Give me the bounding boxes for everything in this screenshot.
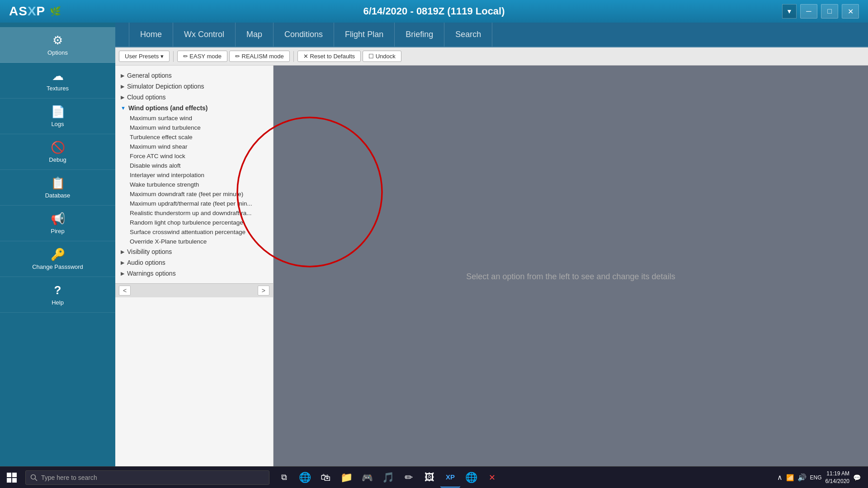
options-tree-panel: ▶ General options ▶ Simulator Depiction … <box>115 66 274 488</box>
tree-section-general[interactable]: ▶ General options <box>115 70 273 81</box>
sidebar-item-pirep-label: Pirep <box>51 228 64 235</box>
tree-scroll-controls: < > <box>115 283 273 297</box>
tree-section-simulator-label: Simulator Depiction options <box>127 83 204 90</box>
wind-child-1[interactable]: Maximum wind turbulence <box>115 123 273 132</box>
music-button[interactable]: 🎵 <box>378 468 398 488</box>
sidebar-item-textures[interactable]: ☁ Textures <box>0 63 115 99</box>
sidebar-item-options-label: Options <box>47 49 68 56</box>
volume-icon[interactable]: 🔊 <box>797 473 807 482</box>
tree-section-audio-label: Audio options <box>127 259 165 266</box>
wind-child-8[interactable]: Maximum downdraft rate (feet per minute) <box>115 189 273 199</box>
nav-briefing[interactable]: Briefing <box>395 23 444 47</box>
globe-button[interactable]: 🌐 <box>461 468 481 488</box>
wind-child-4[interactable]: Force ATC wind lock <box>115 151 273 161</box>
wind-child-6[interactable]: Interlayer wind interpolation <box>115 170 273 180</box>
nav-conditions[interactable]: Conditions <box>274 23 334 47</box>
svg-rect-3 <box>7 478 11 483</box>
options-detail-panel: Select an option from the left to see an… <box>274 66 868 488</box>
navbar: Home Wx Control Map Conditions Flight Pl… <box>115 23 868 47</box>
taskview-button[interactable]: ⧉ <box>274 468 294 488</box>
app-container: ⚙ Options ☁ Textures 📄 Logs 🚫 Debug 📋 Da… <box>0 23 868 488</box>
help-icon: ? <box>54 283 61 297</box>
xplane-button[interactable]: ✕ <box>482 468 502 488</box>
sidebar-item-pirep[interactable]: 📢 Pirep <box>0 206 115 241</box>
options-wrapper: Home Wx Control Map Conditions Flight Pl… <box>115 23 868 488</box>
document-icon: 📄 <box>51 105 65 119</box>
sidebar-item-options[interactable]: ⚙ Options <box>0 27 115 63</box>
sidebar-item-debug[interactable]: 🚫 Debug <box>0 134 115 170</box>
tree-section-wind-label: Wind options (and effects) <box>128 104 208 112</box>
svg-line-6 <box>35 479 38 481</box>
photos-button[interactable]: 🖼 <box>420 468 439 488</box>
notification-icon[interactable]: ▼ <box>782 4 797 19</box>
maximize-button[interactable]: □ <box>821 4 838 19</box>
chevron-right-icon-3: ▶ <box>121 94 124 100</box>
tree-section-simulator[interactable]: ▶ Simulator Depiction options <box>115 81 273 92</box>
nav-search[interactable]: Search <box>444 23 492 47</box>
wind-child-0[interactable]: Maximum surface wind <box>115 113 273 123</box>
sidebar-item-textures-label: Textures <box>47 85 69 92</box>
taskbar-tray: ∧ 📶 🔊 ENG 11:19 AM 6/14/2020 💬 <box>770 470 868 485</box>
tree-section-cloud[interactable]: ▶ Cloud options <box>115 92 273 103</box>
chevron-down-icon: ▼ <box>121 105 126 111</box>
scroll-right-button[interactable]: > <box>258 286 269 296</box>
gear-icon: ⚙ <box>52 33 63 47</box>
steam-button[interactable]: 🎮 <box>357 468 377 488</box>
tree-section-visibility[interactable]: ▶ Visibility options <box>115 246 273 257</box>
logo-text: ASXP <box>9 4 45 19</box>
toolbar-divider-2 <box>293 51 294 62</box>
wind-child-3[interactable]: Maximum wind shear <box>115 142 273 151</box>
network-icon[interactable]: 📶 <box>786 474 794 481</box>
nav-flightplan[interactable]: Flight Plan <box>334 23 395 47</box>
user-presets-button[interactable]: User Presets ▾ <box>119 51 170 62</box>
search-icon <box>30 474 38 481</box>
taskbar: Type here to search ⧉ 🌐 🛍 📁 🎮 🎵 ✏ 🖼 XP 🌐… <box>0 466 868 488</box>
toolbar-divider-1 <box>173 51 174 62</box>
cloud-icon: ☁ <box>52 69 64 83</box>
easy-mode-button[interactable]: ✏ EASY mode <box>177 51 227 62</box>
window-controls: ▼ ─ □ ✕ <box>782 4 859 19</box>
asxp-taskbar-button[interactable]: XP <box>440 468 460 488</box>
nav-map[interactable]: Map <box>236 23 274 47</box>
nav-wxcontrol[interactable]: Wx Control <box>173 23 236 47</box>
show-hidden-button[interactable]: ∧ <box>777 473 783 482</box>
sidebar-item-changepassword[interactable]: 🔑 Change Passsword <box>0 241 115 277</box>
scroll-left-button[interactable]: < <box>119 286 131 296</box>
realism-mode-button[interactable]: ✏ REALISM mode <box>229 51 290 62</box>
sidebar-item-logs[interactable]: 📄 Logs <box>0 99 115 134</box>
nav-home[interactable]: Home <box>129 23 173 47</box>
close-button[interactable]: ✕ <box>842 4 859 19</box>
taskbar-search-bar[interactable]: Type here to search <box>25 470 269 485</box>
key-icon: 🔑 <box>51 248 65 262</box>
wind-child-9[interactable]: Maximum updraft/thermal rate (feet per m… <box>115 199 273 208</box>
sidebar-item-database-label: Database <box>45 192 71 199</box>
wind-child-10[interactable]: Realistic thunderstorm up and downdraft … <box>115 208 273 218</box>
undock-button[interactable]: ☐ Undock <box>363 51 401 62</box>
sidebar-item-help[interactable]: ? Help <box>0 277 115 313</box>
edge-button[interactable]: 🌐 <box>295 468 315 488</box>
wind-child-12[interactable]: Surface crosswind attentuation percentag… <box>115 227 273 237</box>
system-clock[interactable]: 11:19 AM 6/14/2020 <box>826 470 849 485</box>
reset-defaults-button[interactable]: ✕ Reset to Defaults <box>297 51 361 62</box>
chevron-right-icon-6: ▶ <box>121 271 124 277</box>
debug-icon: 🚫 <box>51 141 65 155</box>
wind-child-7[interactable]: Wake turbulence strength <box>115 180 273 189</box>
tree-section-wind[interactable]: ▼ Wind options (and effects) <box>115 103 273 113</box>
wind-child-2[interactable]: Turbulence effect scale <box>115 132 273 142</box>
store-button[interactable]: 🛍 <box>316 468 335 488</box>
edit-button[interactable]: ✏ <box>399 468 419 488</box>
taskbar-apps: ⧉ 🌐 🛍 📁 🎮 🎵 ✏ 🖼 XP 🌐 ✕ <box>274 468 770 488</box>
wind-child-11[interactable]: Random light chop turbulence percentage <box>115 218 273 227</box>
notification-tray-icon[interactable]: 💬 <box>853 474 861 481</box>
select-hint: Select an option from the left to see an… <box>466 272 675 282</box>
minimize-button[interactable]: ─ <box>800 4 817 19</box>
tree-section-audio[interactable]: ▶ Audio options <box>115 257 273 268</box>
wind-child-5[interactable]: Disable winds aloft <box>115 161 273 170</box>
app-logo: ASXP 🌿 <box>9 4 61 19</box>
tree-section-warnings[interactable]: ▶ Warnings options <box>115 268 273 279</box>
sidebar-item-debug-label: Debug <box>49 156 66 163</box>
sidebar-item-database[interactable]: 📋 Database <box>0 170 115 206</box>
wind-child-13[interactable]: Override X-Plane turbulence <box>115 237 273 246</box>
explorer-button[interactable]: 📁 <box>336 468 356 488</box>
start-button[interactable] <box>0 467 24 488</box>
